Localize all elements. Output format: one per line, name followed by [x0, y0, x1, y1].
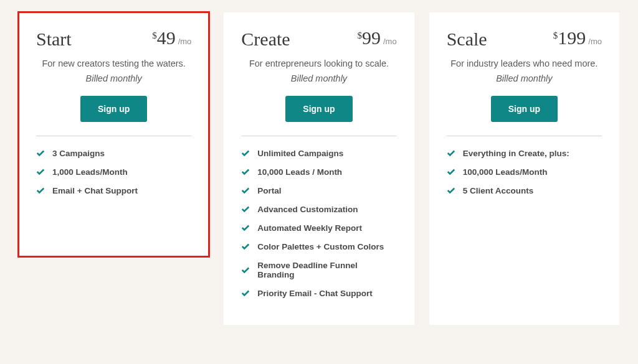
check-icon — [36, 167, 45, 176]
plan-description: For entrepreneurs looking to scale. — [241, 57, 396, 71]
feature-item: Everything in Create, plus: — [447, 149, 602, 158]
divider — [447, 136, 602, 136]
plan-description: For new creators testing the waters. — [36, 57, 191, 71]
signup-button[interactable]: Sign up — [285, 96, 352, 122]
plan-header: Create $ 99 /mo — [241, 30, 396, 49]
feature-item: Email + Chat Support — [36, 186, 191, 195]
divider — [241, 136, 396, 136]
currency-symbol: $ — [152, 30, 157, 41]
plan-create: Create $ 99 /mo For entrepreneurs lookin… — [224, 12, 414, 325]
plan-name: Create — [241, 30, 290, 49]
price-interval: /mo — [178, 37, 192, 46]
feature-item: 100,000 Leads/Month — [447, 167, 602, 177]
feature-list: Everything in Create, plus: 100,000 Lead… — [447, 149, 602, 195]
feature-text: Advanced Customization — [257, 205, 358, 214]
feature-item: 10,000 Leads / Month — [241, 167, 396, 177]
plan-start: Start $ 49 /mo For new creators testing … — [19, 12, 209, 256]
feature-item: Advanced Customization — [241, 205, 396, 214]
signup-button[interactable]: Sign up — [80, 96, 147, 122]
plan-price: $ 49 /mo — [152, 29, 191, 47]
plan-price: $ 199 /mo — [553, 29, 602, 47]
signup-button[interactable]: Sign up — [491, 96, 558, 122]
check-icon — [241, 223, 250, 232]
check-icon — [241, 149, 250, 157]
divider — [36, 136, 191, 136]
check-icon — [241, 242, 250, 251]
feature-text: 3 Campaigns — [52, 149, 105, 158]
check-icon — [36, 186, 45, 195]
feature-text: Remove Deadline Funnel Branding — [257, 261, 396, 279]
check-icon — [241, 186, 250, 195]
plan-price: $ 99 /mo — [357, 29, 396, 47]
feature-item: 5 Client Accounts — [447, 186, 602, 195]
feature-item: Portal — [241, 186, 396, 195]
plan-scale: Scale $ 199 /mo For industry leaders who… — [429, 12, 619, 325]
feature-text: Email + Chat Support — [52, 186, 138, 195]
feature-text: 100,000 Leads/Month — [463, 167, 548, 177]
feature-item: Remove Deadline Funnel Branding — [241, 261, 396, 279]
feature-text: Unlimited Campaigns — [257, 149, 343, 158]
check-icon — [447, 167, 455, 176]
feature-text: 1,000 Leads/Month — [52, 167, 128, 177]
feature-text: 5 Client Accounts — [463, 186, 534, 195]
plan-name: Scale — [447, 30, 487, 49]
plan-header: Scale $ 199 /mo — [447, 30, 602, 49]
check-icon — [241, 266, 250, 274]
feature-item: Automated Weekly Report — [241, 223, 396, 233]
price-interval: /mo — [383, 37, 397, 46]
plan-billing: Billed monthly — [447, 73, 602, 83]
feature-item: Unlimited Campaigns — [241, 149, 396, 158]
feature-list: Unlimited Campaigns 10,000 Leads / Month… — [241, 149, 396, 298]
check-icon — [36, 149, 45, 157]
check-icon — [241, 205, 250, 213]
feature-text: Priority Email - Chat Support — [257, 289, 373, 298]
price-value: 199 — [558, 29, 586, 47]
currency-symbol: $ — [553, 30, 558, 41]
plan-header: Start $ 49 /mo — [36, 30, 191, 49]
price-interval: /mo — [588, 37, 602, 46]
currency-symbol: $ — [357, 30, 362, 41]
check-icon — [241, 167, 250, 176]
check-icon — [447, 186, 455, 195]
feature-item: 3 Campaigns — [36, 149, 191, 158]
feature-text: Automated Weekly Report — [257, 223, 362, 233]
price-value: 49 — [157, 29, 176, 47]
feature-item: 1,000 Leads/Month — [36, 167, 191, 177]
feature-text: Everything in Create, plus: — [463, 149, 569, 158]
price-value: 99 — [362, 29, 381, 47]
plan-description: For industry leaders who need more. — [447, 57, 602, 71]
plan-billing: Billed monthly — [36, 73, 191, 83]
check-icon — [447, 149, 455, 157]
feature-text: Color Palettes + Custom Colors — [257, 242, 384, 251]
feature-item: Color Palettes + Custom Colors — [241, 242, 396, 251]
feature-list: 3 Campaigns 1,000 Leads/Month Email + Ch… — [36, 149, 191, 195]
plan-billing: Billed monthly — [241, 73, 396, 83]
plan-name: Start — [36, 30, 72, 49]
check-icon — [241, 289, 250, 297]
feature-item: Priority Email - Chat Support — [241, 289, 396, 298]
pricing-plans: Start $ 49 /mo For new creators testing … — [19, 12, 619, 325]
feature-text: Portal — [257, 186, 281, 195]
feature-text: 10,000 Leads / Month — [257, 167, 342, 177]
